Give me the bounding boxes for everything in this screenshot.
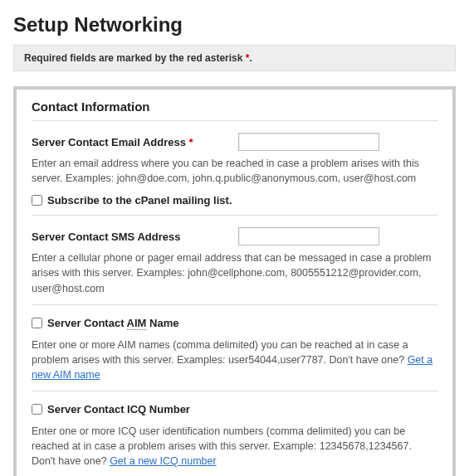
email-field-row: Server Contact Email Address * bbox=[32, 133, 437, 151]
aim-checkbox[interactable] bbox=[32, 318, 42, 328]
subscribe-label: Subscribe to the cPanel mailing list. bbox=[47, 194, 232, 206]
icq-row: Server Contact ICQ Number bbox=[32, 403, 437, 415]
icq-label: Server Contact ICQ Number bbox=[47, 403, 190, 415]
icq-help-prefix: Enter one or more ICQ user identificatio… bbox=[32, 425, 412, 467]
divider bbox=[32, 304, 437, 305]
subscribe-checkbox[interactable] bbox=[32, 195, 42, 206]
icq-checkbox[interactable] bbox=[32, 404, 42, 415]
panel-title: Contact Information bbox=[32, 100, 437, 121]
sms-help-text: Enter a cellular phone or pager email ad… bbox=[32, 250, 437, 295]
divider bbox=[32, 215, 437, 216]
notice-text-prefix: Required fields are marked by the red as… bbox=[24, 52, 246, 64]
sms-input[interactable] bbox=[238, 227, 379, 245]
aim-help-prefix: Enter one or more AIM names (comma delim… bbox=[32, 339, 408, 366]
aim-label-suffix: Name bbox=[146, 317, 178, 329]
page-title: Setup Networking bbox=[13, 13, 456, 36]
sms-label: Server Contact SMS Address bbox=[32, 231, 227, 243]
email-label-text: Server Contact Email Address bbox=[32, 136, 186, 148]
aim-help-text: Enter one or more AIM names (comma delim… bbox=[32, 338, 437, 382]
notice-text-suffix: . bbox=[249, 52, 252, 64]
required-asterisk-icon: * bbox=[189, 136, 193, 148]
icq-signup-link[interactable]: Get a new ICQ number bbox=[110, 455, 217, 467]
required-fields-notice: Required fields are marked by the red as… bbox=[13, 45, 456, 71]
email-input[interactable] bbox=[238, 133, 379, 151]
email-help-text: Enter an email address where you can be … bbox=[32, 156, 437, 186]
aim-label-prefix: Server Contact bbox=[47, 317, 127, 329]
email-label: Server Contact Email Address * bbox=[32, 136, 227, 148]
aim-label: Server Contact AIM Name bbox=[47, 317, 178, 329]
aim-acronym: AIM bbox=[127, 317, 147, 330]
aim-row: Server Contact AIM Name bbox=[32, 317, 437, 329]
subscribe-row: Subscribe to the cPanel mailing list. bbox=[32, 194, 437, 206]
divider bbox=[32, 391, 437, 391]
icq-help-text: Enter one or more ICQ user identificatio… bbox=[32, 424, 437, 469]
contact-information-panel: Contact Information Server Contact Email… bbox=[13, 86, 456, 476]
sms-field-row: Server Contact SMS Address bbox=[32, 227, 437, 245]
